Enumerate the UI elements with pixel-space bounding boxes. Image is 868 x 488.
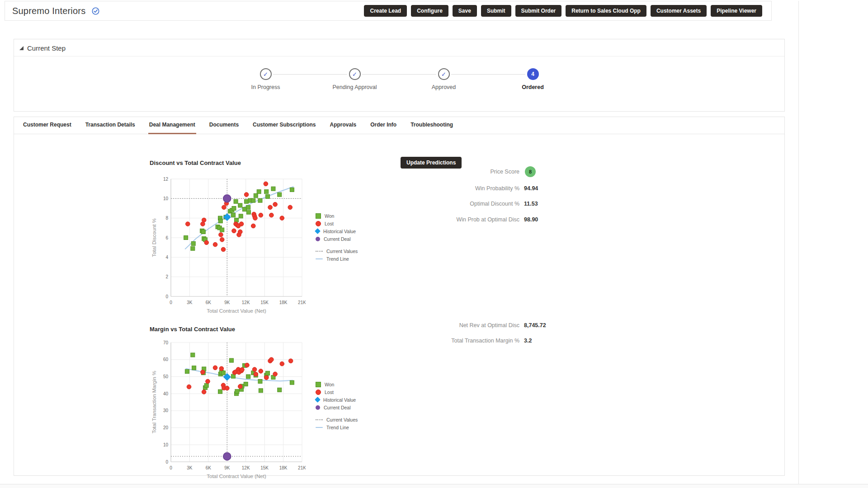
step-label: Pending Approval [333, 84, 377, 90]
price-score-badge: 8 [525, 166, 536, 177]
svg-text:12K: 12K [242, 300, 250, 305]
won-square-icon [316, 213, 321, 219]
historical-value-diamond-icon [315, 228, 321, 234]
legend-item-won: Won [316, 380, 358, 388]
svg-text:9K: 9K [224, 465, 230, 470]
historical-value-diamond-icon [315, 397, 321, 403]
svg-text:6: 6 [165, 235, 168, 240]
tab-bar: Customer RequestTransaction DetailsDeal … [14, 117, 784, 134]
chart2-legend: WonLostHistorical ValueCurrent DealCurre… [316, 380, 358, 431]
tab-documents[interactable]: Documents [208, 122, 240, 134]
metric-total-transaction-margin-: Total Transaction Margin %3.2 [330, 336, 532, 346]
svg-text:12K: 12K [242, 465, 250, 470]
legend-item-historical-value: Historical Value [316, 227, 358, 235]
metric-win-probability-: Win Probability %94.94 [330, 183, 538, 193]
create-lead-button[interactable]: Create Lead [364, 5, 407, 17]
tab-customer-request[interactable]: Customer Request [22, 122, 72, 134]
legend-label: Trend Line [326, 256, 349, 262]
svg-text:Total Discount %: Total Discount % [151, 218, 157, 257]
configure-button[interactable]: Configure [411, 5, 448, 17]
page-bottom-strip [0, 484, 868, 488]
step-check-circle: ✓ [438, 68, 450, 80]
page-right-border [798, 1, 799, 484]
current-step-title: Current Step [27, 44, 66, 52]
status-stepper: ✓In Progress✓Pending Approval✓Approved4O… [14, 65, 784, 90]
customer-assets-button[interactable]: Customer Assets [651, 5, 707, 17]
svg-text:0: 0 [170, 300, 172, 305]
tab-transaction-details[interactable]: Transaction Details [85, 122, 136, 134]
svg-text:21K: 21K [298, 465, 306, 470]
discount-vs-tcv-chart: 03K6K9K12K15K18K21K024681012Total Contra… [150, 174, 306, 318]
step-ordered: 4Ordered [488, 65, 577, 90]
collapse-triangle-icon[interactable] [19, 46, 24, 50]
step-label: In Progress [251, 84, 280, 90]
svg-text:6K: 6K [206, 300, 212, 305]
svg-text:6K: 6K [206, 465, 212, 470]
svg-text:0: 0 [165, 294, 168, 299]
legend-item-trend-line: Trend Line [316, 255, 358, 263]
step-in-progress: ✓In Progress [221, 65, 310, 90]
metric-value: 3.2 [524, 338, 532, 344]
svg-text:15K: 15K [260, 300, 269, 305]
pipeline-viewer-button[interactable]: Pipeline Viewer [711, 5, 762, 17]
svg-text:Total Contract Value (Net): Total Contract Value (Net) [207, 308, 266, 314]
legend-label: Historical Value [323, 397, 356, 403]
step-check-circle: ✓ [349, 68, 361, 80]
chart2-title: Margin vs Total Contract Value [150, 326, 235, 333]
svg-text:Total Contract Value (Net): Total Contract Value (Net) [207, 474, 266, 479]
svg-text:0: 0 [165, 460, 168, 465]
tab-order-info[interactable]: Order Info [369, 122, 397, 134]
return-to-sales-cloud-opp-button[interactable]: Return to Sales Cloud Opp [566, 5, 646, 17]
metric-net-rev-at-optimal-disc: Net Rev at Optimal Disc8,745.72 [330, 320, 546, 330]
svg-text:21K: 21K [298, 300, 306, 305]
submit-button[interactable]: Submit [481, 5, 511, 17]
svg-text:40: 40 [163, 391, 169, 396]
metric-value: 98.90 [524, 216, 538, 223]
legend-item-historical-value: Historical Value [316, 396, 358, 404]
svg-text:3K: 3K [187, 465, 193, 470]
step-label: Approved [432, 84, 456, 90]
svg-text:30: 30 [163, 408, 169, 413]
legend-label: Current Values [326, 417, 358, 422]
metric-label: Win Prob at Optimal Disc [330, 216, 519, 223]
svg-text:18K: 18K [279, 465, 288, 470]
won-square-icon [316, 382, 321, 387]
submit-order-button[interactable]: Submit Order [515, 5, 562, 17]
legend-label: Trend Line [326, 425, 349, 430]
legend-label: Current Values [326, 249, 358, 254]
svg-text:15K: 15K [260, 465, 269, 470]
legend-item-current-values: Current Values [316, 247, 358, 255]
save-button[interactable]: Save [453, 5, 477, 17]
legend-item-current-deal: Current Deal [316, 235, 358, 243]
header-action-buttons: Create LeadConfigureSaveSubmitSubmit Ord… [364, 5, 762, 17]
legend-item-current-values: Current Values [316, 416, 358, 423]
svg-text:20: 20 [163, 425, 169, 430]
tab-deal-management[interactable]: Deal Management [148, 122, 196, 134]
legend-label: Won [325, 382, 334, 387]
legend-label: Historical Value [323, 229, 356, 234]
metric-value: 94.94 [524, 185, 538, 192]
metric-label: Total Transaction Margin % [330, 338, 519, 344]
lost-circle-icon [316, 389, 321, 395]
step-approved: ✓Approved [399, 65, 488, 90]
deal-management-panel: Customer RequestTransaction DetailsDeal … [14, 117, 785, 476]
tab-customer-subscriptions[interactable]: Customer Subscriptions [252, 122, 316, 134]
header-bar: Supremo Interiors Create LeadConfigureSa… [5, 1, 772, 21]
svg-text:50: 50 [163, 374, 169, 379]
current-step-panel: Current Step ✓In Progress✓Pending Approv… [14, 39, 785, 112]
chart1-title: Discount vs Total Contract Value [150, 160, 241, 166]
svg-text:3K: 3K [187, 300, 193, 305]
tab-approvals[interactable]: Approvals [329, 122, 357, 134]
legend-label: Lost [325, 389, 334, 395]
current-values-dotted-line-icon [316, 251, 323, 252]
svg-text:4: 4 [165, 255, 168, 260]
tab-troubleshooting[interactable]: Troubleshooting [410, 122, 454, 134]
legend-label: Current Deal [324, 236, 351, 242]
step-pending-approval: ✓Pending Approval [310, 65, 399, 90]
metric-label: Win Probability % [330, 185, 519, 192]
current-values-dotted-line-icon [316, 419, 323, 420]
svg-text:2: 2 [165, 274, 168, 279]
metric-label: Net Rev at Optimal Disc [330, 322, 519, 328]
legend-item-current-deal: Current Deal [316, 404, 358, 411]
svg-text:10: 10 [163, 196, 169, 201]
